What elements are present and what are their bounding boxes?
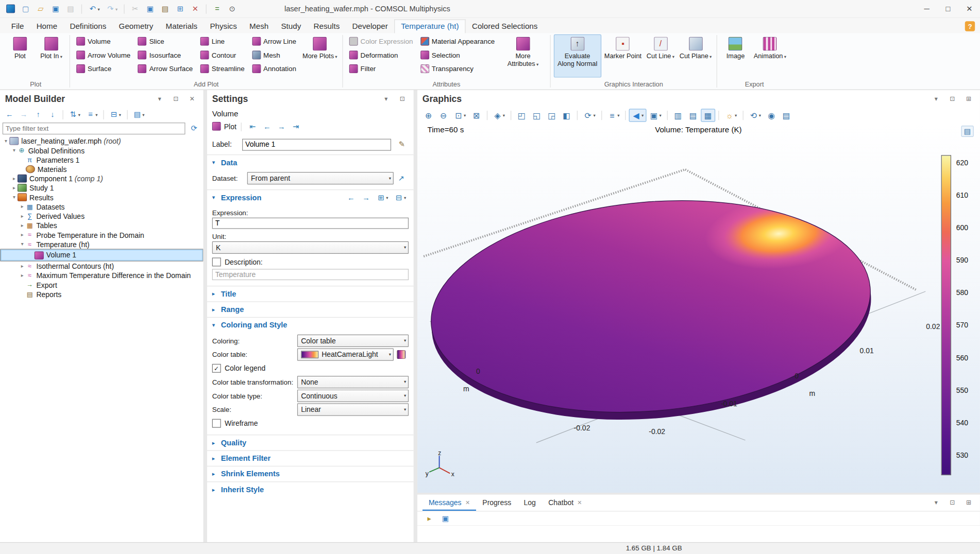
plot-next-icon[interactable]: → <box>275 120 289 133</box>
copy-icon[interactable]: ▣ <box>143 3 157 15</box>
line-button[interactable]: Line <box>197 36 248 47</box>
messages-tab-progress[interactable]: Progress <box>476 495 517 511</box>
snapshot-icon[interactable]: ◉ <box>764 109 779 122</box>
tree-item-maximum-temperature-difference-in-the-domain[interactable]: ▸≈Maximum Temperature Difference in the … <box>0 271 204 280</box>
rotate-view-icon[interactable]: ⟳▾ <box>581 109 598 122</box>
streamline-button[interactable]: Streamline <box>197 63 248 75</box>
plot-prev-icon[interactable]: ← <box>260 120 274 133</box>
zoom-extents-icon[interactable]: ⊠ <box>469 109 483 122</box>
graphics-canvas[interactable]: Time=60 s Volume: Temperature (K) 620610… <box>417 123 980 493</box>
coloring-select[interactable]: Color table▾ <box>297 335 409 347</box>
tree-item-study-1[interactable]: ▸Study 1 <box>0 183 204 193</box>
volume-button[interactable]: Volume <box>73 36 133 47</box>
close-icon[interactable]: ✕ <box>959 0 980 18</box>
section-header-shrink-elements[interactable]: ▸Shrink Elements <box>207 466 414 481</box>
section-header-data[interactable]: ▾Data <box>207 155 414 170</box>
panel-menu-icon[interactable]: ▾ <box>154 93 166 105</box>
paste-icon[interactable]: ▤ <box>158 3 172 15</box>
section-header-range[interactable]: ▸Range <box>207 302 414 317</box>
color-table-type-select[interactable]: Continuous▾ <box>297 390 409 402</box>
cut-plane-button[interactable]: Cut Plane ▾ <box>678 34 714 78</box>
expand-arrow-icon[interactable]: ▸ <box>19 232 25 238</box>
splitter-model-settings[interactable] <box>204 90 207 542</box>
splitter-settings-graphics[interactable] <box>414 90 417 542</box>
back-icon[interactable]: ← <box>3 108 16 120</box>
color-expression-button[interactable]: Color Expression <box>346 36 416 47</box>
tree-filter-input[interactable] <box>3 122 185 134</box>
detach-panel-icon[interactable]: ⊡ <box>170 93 182 105</box>
transparency-button[interactable]: Transparency <box>417 63 498 75</box>
cut-line-button[interactable]: /Cut Line ▾ <box>645 34 676 78</box>
search-icon[interactable]: ⊙ <box>225 3 239 15</box>
close-panel-icon[interactable]: ✕ <box>186 93 198 105</box>
evaluate-along-normal-button[interactable]: ↑Evaluate Along Normal <box>553 34 601 78</box>
detach-panel-icon[interactable]: ⊡ <box>946 93 958 105</box>
scene-light-icon[interactable]: ☼▾ <box>722 109 739 122</box>
surface-button[interactable]: Surface <box>73 63 133 75</box>
zx-view-icon[interactable]: ◲ <box>545 109 559 122</box>
replace-expr-icon[interactable]: ⊟▾ <box>392 192 409 204</box>
tree-item-temperature-ht[interactable]: ▾≈Temperature (ht) <box>0 239 204 249</box>
collapse-arrow-icon[interactable]: ▾ <box>3 138 9 144</box>
arrow-line-button[interactable]: Arrow Line <box>249 36 299 47</box>
contour-button[interactable]: Contour <box>197 49 248 61</box>
update-plot-icon[interactable]: ⟲▾ <box>746 109 763 122</box>
wireframe-checkbox[interactable] <box>212 419 221 428</box>
tree-item-probe-temperature-in-the-domain[interactable]: ▸≈Probe Temperature in the Domain <box>0 230 204 239</box>
tree-item-parameters-1[interactable]: πParameters 1 <box>0 155 204 164</box>
plot-window-icon[interactable]: ▣▾ <box>647 109 664 122</box>
mirror-view-icon[interactable]: ◧ <box>560 109 574 122</box>
filter-button[interactable]: Filter <box>346 63 416 75</box>
zoom-out-icon[interactable]: ⊖ <box>436 109 451 122</box>
cut-icon[interactable]: ✂ <box>128 3 142 15</box>
tab-geometry[interactable]: Geometry <box>112 20 159 33</box>
undo-icon[interactable]: ↶▾ <box>86 3 102 15</box>
zoom-box-icon[interactable]: ⊡▾ <box>451 109 468 122</box>
print-icon[interactable]: ▤ <box>64 3 78 15</box>
collapse-all-icon[interactable]: ⊟▾ <box>107 108 124 120</box>
tree-item-isothermal-contours-ht[interactable]: ▸≈Isothermal Contours (ht) <box>0 262 204 271</box>
messages-tab-chatbot[interactable]: Chatbot✕ <box>542 495 588 511</box>
arrow-surface-button[interactable]: Arrow Surface <box>135 63 196 75</box>
section-header-quality[interactable]: ▸Quality <box>207 435 414 450</box>
plot-first-icon[interactable]: ⇤ <box>246 120 260 133</box>
tab-physics[interactable]: Physics <box>204 20 243 33</box>
close-tab-icon[interactable]: ✕ <box>577 499 582 506</box>
select-tool-icon[interactable]: ▸ <box>423 512 436 525</box>
maximize-panel-icon[interactable]: ⊞ <box>962 497 975 509</box>
plot-button[interactable]: Plot <box>224 123 236 131</box>
marker-point-button[interactable]: ▪Marker Point <box>602 34 644 78</box>
compute-icon[interactable]: = <box>210 3 224 15</box>
xy-view-icon[interactable]: ◰ <box>514 109 529 122</box>
unit-select[interactable]: K▾ <box>212 241 409 254</box>
tree-item-datasets[interactable]: ▸▦Datasets <box>0 202 204 211</box>
open-icon[interactable]: ▱ <box>34 3 48 15</box>
tree-item-export[interactable]: →Export <box>0 280 204 289</box>
detach-panel-icon[interactable]: ⊡ <box>946 497 958 509</box>
view-options-icon[interactable]: ≡▾ <box>605 109 622 122</box>
material-appearance-button[interactable]: Material Appearance <box>417 36 498 47</box>
section-header-inherit-style[interactable]: ▸Inherit Style <box>207 482 414 497</box>
collapse-arrow-icon[interactable]: ▾ <box>11 148 18 153</box>
expression-input[interactable] <box>212 218 409 229</box>
tree-item-materials[interactable]: Materials <box>0 164 204 174</box>
table-window-icon[interactable]: ▦ <box>701 109 715 122</box>
expand-arrow-icon[interactable]: ▸ <box>19 263 25 269</box>
selection-button[interactable]: Selection <box>417 49 498 61</box>
messages-tab-log[interactable]: Log <box>517 495 542 511</box>
image-button[interactable]: Image <box>720 34 750 78</box>
plot-last-icon[interactable]: ⇥ <box>289 120 303 133</box>
more-attributes-button[interactable]: More Attributes ▾ <box>499 34 547 78</box>
redo-icon[interactable]: ↷▾ <box>104 3 120 15</box>
section-header-coloring-and-style[interactable]: ▾Coloring and Style <box>207 318 414 333</box>
yz-view-icon[interactable]: ◱ <box>530 109 544 122</box>
tab-developer[interactable]: Developer <box>346 20 394 33</box>
tree-item-global-definitions[interactable]: ▾⊕Global Definitions <box>0 146 204 155</box>
color-legend-checkbox[interactable]: ✓ <box>212 364 221 373</box>
tree-item-derived-values[interactable]: ▸∑Derived Values <box>0 212 204 221</box>
color-table-edit-icon[interactable] <box>394 348 408 360</box>
description-checkbox[interactable] <box>212 257 221 266</box>
expand-arrow-icon[interactable]: ▸ <box>11 176 18 181</box>
expr-prev-icon[interactable]: ← <box>344 192 358 204</box>
panel-menu-icon[interactable]: ▾ <box>930 497 942 509</box>
